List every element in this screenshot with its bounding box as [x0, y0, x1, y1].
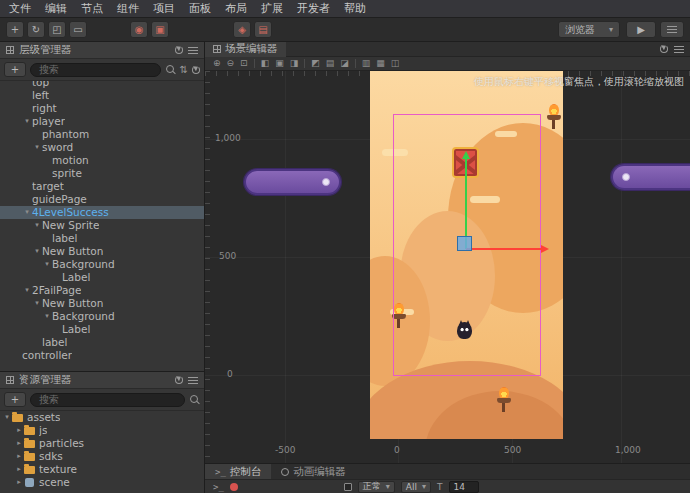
align-center-h-icon[interactable]: ▣: [275, 59, 284, 68]
coordinate-mode-button[interactable]: ▣: [151, 21, 169, 38]
gizmo-anchor-handle[interactable]: [457, 236, 472, 251]
hierarchy-node-background[interactable]: ▾Background: [0, 258, 204, 271]
search-icon[interactable]: [165, 64, 176, 75]
menu-item-4[interactable]: 项目: [146, 0, 182, 17]
menu-item-5[interactable]: 面板: [182, 0, 218, 17]
expand-arrow-icon[interactable]: ▾: [42, 258, 52, 271]
expand-collapse-icon[interactable]: ⇅: [180, 64, 188, 75]
refresh-icon[interactable]: [175, 46, 183, 54]
align-left-icon[interactable]: ◧: [261, 59, 270, 68]
hierarchy-node-label[interactable]: label: [0, 232, 204, 245]
hierarchy-node-background[interactable]: ▾Background: [0, 310, 204, 323]
preview-device-button[interactable]: ◈: [233, 21, 251, 38]
platform-right-sprite[interactable]: [611, 164, 690, 190]
torch-sprite[interactable]: [496, 387, 512, 413]
asset-node-texture[interactable]: ▸texture: [0, 463, 204, 476]
panel-menu-icon[interactable]: [188, 47, 198, 54]
refresh-icon[interactable]: [660, 45, 668, 53]
hierarchy-node-sprite[interactable]: sprite: [0, 167, 204, 180]
hierarchy-node-new-sprite[interactable]: ▾New Sprite: [0, 219, 204, 232]
search-icon[interactable]: [189, 394, 200, 405]
log-level-select[interactable]: 正常▾: [358, 481, 395, 493]
hierarchy-node-top[interactable]: top: [0, 81, 204, 89]
hierarchy-node-2failpage[interactable]: ▾2FailPage: [0, 284, 204, 297]
preview-debug-button[interactable]: ▤: [254, 21, 272, 38]
expand-arrow-icon[interactable]: ▾: [22, 115, 32, 128]
asset-node-scene[interactable]: ▸scene: [0, 476, 204, 489]
align-center-v-icon[interactable]: ▤: [326, 59, 335, 68]
scene-editor-tab[interactable]: 场景编辑器: [205, 42, 286, 57]
browser-select[interactable]: 浏览器▾: [558, 21, 620, 38]
expand-arrow-icon[interactable]: ▾: [32, 141, 42, 154]
zoom-out-icon[interactable]: ⊖: [227, 59, 235, 68]
platform-left-sprite[interactable]: [244, 169, 341, 195]
play-button[interactable]: ▶: [626, 21, 656, 38]
expand-arrow-icon[interactable]: ▸: [14, 476, 24, 489]
zoom-reset-icon[interactable]: ⊡: [240, 59, 248, 68]
align-bottom-icon[interactable]: ◪: [340, 59, 349, 68]
font-size-input[interactable]: 14: [449, 481, 479, 493]
torch-sprite[interactable]: [546, 104, 562, 130]
preview-menu-button[interactable]: [660, 21, 684, 38]
zoom-in-icon[interactable]: ⊕: [213, 59, 221, 68]
asset-node-js[interactable]: ▸js: [0, 424, 204, 437]
hierarchy-node-label[interactable]: Label: [0, 271, 204, 284]
expand-arrow-icon[interactable]: ▾: [32, 219, 42, 232]
expand-arrow-icon[interactable]: ▾: [32, 245, 42, 258]
asset-node-sdks[interactable]: ▸sdks: [0, 450, 204, 463]
pivot-mode-button[interactable]: ◉: [130, 21, 148, 38]
expand-arrow-icon[interactable]: ▾: [42, 310, 52, 323]
hierarchy-node-guidepage[interactable]: guidePage: [0, 193, 204, 206]
move-tool-button[interactable]: +: [6, 21, 24, 38]
category-select[interactable]: All▾: [401, 481, 431, 493]
scale-tool-button[interactable]: ◰: [48, 21, 66, 38]
gizmo-y-axis-arrow[interactable]: [465, 155, 467, 249]
hierarchy-node-sword[interactable]: ▾sword: [0, 141, 204, 154]
menu-item-3[interactable]: 组件: [110, 0, 146, 17]
hierarchy-node-4levelsuccess[interactable]: ▾4LevelSuccess: [0, 206, 204, 219]
rotate-tool-button[interactable]: ↻: [27, 21, 45, 38]
hierarchy-node-right[interactable]: right: [0, 102, 204, 115]
menu-item-8[interactable]: 开发者: [290, 0, 337, 17]
menu-item-0[interactable]: 文件: [2, 0, 38, 17]
expand-arrow-icon[interactable]: ▸: [14, 450, 24, 463]
tab-console[interactable]: >_ 控制台: [205, 464, 271, 479]
hierarchy-node-label[interactable]: label: [0, 336, 204, 349]
expand-arrow-icon[interactable]: ▸: [14, 437, 24, 450]
hierarchy-tree-scroller[interactable]: topleftright▾playerphantom▾swordmotionsp…: [0, 81, 204, 371]
expand-arrow-icon[interactable]: ▾: [32, 297, 42, 310]
menu-item-6[interactable]: 布局: [218, 0, 254, 17]
hierarchy-node-phantom[interactable]: phantom: [0, 128, 204, 141]
hierarchy-node-motion[interactable]: motion: [0, 154, 204, 167]
assets-search-input[interactable]: [30, 393, 185, 407]
add-node-button[interactable]: +: [4, 62, 26, 77]
align-right-icon[interactable]: ◨: [290, 59, 299, 68]
hierarchy-node-label[interactable]: Label: [0, 323, 204, 336]
expand-arrow-icon[interactable]: ▸: [14, 424, 24, 437]
refresh-icon[interactable]: [175, 376, 183, 384]
expand-arrow-icon[interactable]: ▾: [2, 411, 12, 424]
tab-animation-editor[interactable]: 动画编辑器: [271, 464, 356, 479]
collapse-checkbox[interactable]: [344, 483, 352, 491]
hierarchy-node-target[interactable]: target: [0, 180, 204, 193]
menu-item-2[interactable]: 节点: [74, 0, 110, 17]
expand-arrow-icon[interactable]: ▾: [22, 284, 32, 297]
distribute-v-icon[interactable]: ▦: [376, 59, 385, 68]
panel-menu-icon[interactable]: [674, 46, 684, 53]
assets-tree-scroller[interactable]: ▾assets▸js▸particles▸sdks▸texture▸scene: [0, 411, 204, 493]
scene-canvas[interactable]: 1,000 500 0 -500 0 500 1,000 使用鼠标右键平移视窗焦…: [205, 71, 690, 463]
expand-arrow-icon[interactable]: ▸: [14, 463, 24, 476]
expand-arrow-icon[interactable]: ▾: [22, 206, 32, 219]
hierarchy-search-input[interactable]: [30, 63, 161, 77]
add-asset-button[interactable]: +: [4, 392, 26, 407]
hierarchy-node-left[interactable]: left: [0, 89, 204, 102]
asset-node-assets[interactable]: ▾assets: [0, 411, 204, 424]
panel-menu-icon[interactable]: [188, 377, 198, 384]
hierarchy-node-controller[interactable]: controller: [0, 349, 204, 362]
menu-item-9[interactable]: 帮助: [337, 0, 373, 17]
hierarchy-node-new-button[interactable]: ▾New Button: [0, 245, 204, 258]
hierarchy-node-new-button[interactable]: ▾New Button: [0, 297, 204, 310]
refresh-tree-icon[interactable]: [192, 66, 200, 74]
gizmo-x-axis-arrow[interactable]: [466, 248, 545, 250]
distribute-grid-icon[interactable]: ◫: [391, 59, 400, 68]
